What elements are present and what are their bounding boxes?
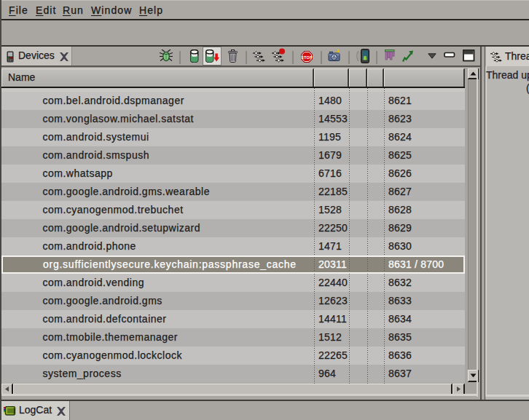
svg-text:STOP: STOP xyxy=(301,55,313,60)
